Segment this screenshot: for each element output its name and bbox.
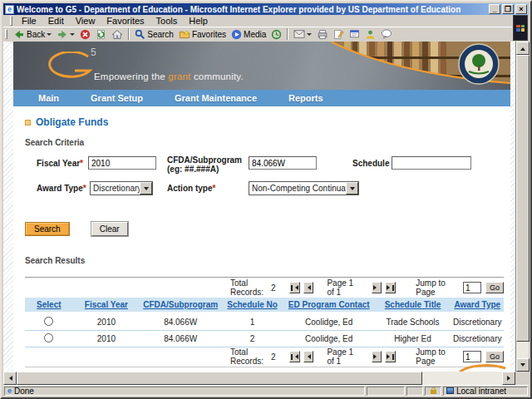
next-page-button[interactable]: [372, 282, 382, 293]
vertical-scrollbar[interactable]: [515, 42, 529, 372]
menu-favorites[interactable]: Favorites: [101, 15, 150, 27]
scrollbar-corner: [515, 372, 529, 385]
home-button[interactable]: [109, 28, 126, 41]
nav-grant-setup[interactable]: Grant Setup: [91, 93, 143, 103]
ie-logo-icon: e: [5, 5, 14, 14]
pagination-bottom: Total Records: 2 Page 1 of 1 Jump to Pag…: [25, 347, 504, 367]
lock-icon: [431, 390, 436, 394]
refresh-button[interactable]: [93, 28, 109, 41]
first-page-button[interactable]: [289, 282, 300, 293]
cfda-input[interactable]: [249, 156, 317, 170]
mail-button[interactable]: [291, 28, 314, 40]
media-icon: [231, 29, 242, 40]
menu-file[interactable]: File: [16, 15, 42, 27]
horizontal-scroll-thumb[interactable]: [17, 372, 422, 385]
nav-reports[interactable]: Reports: [288, 93, 323, 103]
ed-seal-icon: [459, 44, 499, 84]
talk-button[interactable]: [378, 28, 395, 40]
row-select-radio[interactable]: [44, 317, 53, 326]
back-button[interactable]: Back: [11, 28, 54, 41]
prev-page-button[interactable]: [303, 351, 314, 362]
horizontal-scrollbar[interactable]: [3, 372, 515, 385]
scroll-up-button[interactable]: [516, 42, 530, 55]
scroll-down-button[interactable]: [516, 358, 530, 372]
forward-button[interactable]: [54, 28, 77, 41]
fiscal-year-label: Fiscal Year*: [37, 159, 83, 168]
table-row: 2010 84.066W 2 Coolidge, Ed Higher Ed Di…: [25, 330, 504, 347]
menu-help[interactable]: Help: [183, 15, 214, 27]
action-type-dropdown-icon[interactable]: [346, 182, 358, 195]
refresh-icon: [96, 29, 106, 40]
scroll-left-button[interactable]: [3, 372, 17, 385]
toolbar: Back Search Favorites Media: [3, 27, 512, 41]
last-page-button[interactable]: [385, 282, 396, 293]
windows-throbber-icon: [513, 15, 528, 41]
col-header-award-type[interactable]: Award Type: [451, 298, 504, 313]
edit-button[interactable]: [331, 28, 347, 41]
clear-button[interactable]: Clear: [91, 222, 128, 236]
media-button[interactable]: Media: [229, 28, 268, 41]
award-type-label: Award Type*: [37, 184, 86, 193]
last-page-button[interactable]: [385, 351, 396, 362]
speech-bubble-icon: [381, 29, 392, 39]
menu-grip[interactable]: [10, 16, 12, 25]
close-button[interactable]: ×: [515, 4, 527, 14]
restore-button[interactable]: ❐: [502, 4, 514, 14]
search-results-heading: Search Results: [25, 256, 507, 265]
stop-button[interactable]: [77, 28, 93, 41]
col-header-fiscal-year[interactable]: Fiscal Year: [73, 298, 140, 313]
search-submit-button[interactable]: Search: [25, 222, 70, 236]
discuss-icon: [349, 29, 360, 40]
next-page-button[interactable]: [372, 351, 382, 362]
results-header-row: Select Fiscal Year CFDA/Subprogram Sched…: [25, 298, 504, 313]
page-column: 5 Empowering the grant community. Main G…: [13, 42, 510, 372]
menu-tools[interactable]: Tools: [150, 15, 184, 27]
toolbar-grip[interactable]: [5, 29, 7, 40]
status-bar: e Done Local intranet: [3, 385, 529, 396]
zone-panel: Local intranet: [443, 387, 528, 396]
go-button[interactable]: Go: [485, 351, 504, 362]
status-message-panel: e Done: [4, 387, 365, 396]
back-label: Back: [27, 30, 45, 39]
nav-main[interactable]: Main: [38, 93, 59, 103]
minimize-button[interactable]: _: [489, 4, 500, 14]
back-icon: [13, 29, 25, 40]
scroll-right-button[interactable]: [502, 372, 515, 385]
vertical-scroll-thumb[interactable]: [516, 55, 530, 342]
menu-edit[interactable]: Edit: [42, 15, 70, 27]
col-header-schedule-no[interactable]: Schedule No: [221, 298, 283, 313]
banner-bookshelf-graphic: [319, 42, 510, 90]
col-header-ed-program-contact[interactable]: ED Program Contact: [283, 298, 374, 313]
history-button[interactable]: [268, 28, 284, 41]
row-select-radio[interactable]: [44, 333, 53, 342]
award-type-select[interactable]: Discretionary: [90, 181, 153, 195]
go-button[interactable]: Go: [485, 282, 504, 293]
first-page-button[interactable]: [289, 351, 300, 362]
award-type-dropdown-icon[interactable]: [140, 182, 152, 195]
menu-bar: File Edit View Favorites Tools Help: [3, 15, 529, 27]
mail-dropdown-icon[interactable]: [307, 33, 312, 38]
forward-dropdown-icon[interactable]: [70, 33, 75, 38]
search-button[interactable]: Search: [132, 28, 176, 41]
back-dropdown-icon[interactable]: [47, 33, 52, 38]
jump-to-page-input[interactable]: [463, 351, 481, 362]
col-header-cfda[interactable]: CFDA/Subprogram: [140, 298, 221, 313]
col-header-schedule-title[interactable]: Schedule Title: [374, 298, 451, 313]
favorites-button[interactable]: Favorites: [176, 28, 229, 41]
window-title: Welcome to G5 - Department of Education …: [17, 5, 489, 14]
col-header-select[interactable]: Select: [25, 298, 73, 313]
messenger-button[interactable]: [362, 28, 378, 41]
print-button[interactable]: [314, 28, 331, 41]
security-panel: [425, 387, 441, 396]
fiscal-year-input[interactable]: [88, 156, 156, 170]
page-done-icon: e: [7, 387, 12, 395]
discuss-button[interactable]: [347, 28, 362, 41]
action-type-select[interactable]: Non-Competing Continuation: [249, 181, 359, 195]
intranet-zone-icon: [446, 387, 454, 394]
jump-to-page-input[interactable]: [463, 282, 481, 293]
nav-grant-maintenance[interactable]: Grant Maintenance: [175, 93, 257, 103]
schedule-no-input[interactable]: [392, 156, 471, 170]
prev-page-button[interactable]: [303, 282, 314, 293]
menu-view[interactable]: View: [70, 15, 101, 27]
zone-label: Local intranet: [456, 387, 506, 396]
